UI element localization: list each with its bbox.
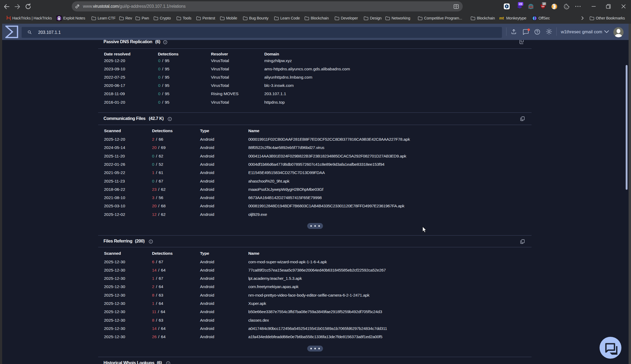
svg-text:uo: uo	[542, 5, 545, 8]
svg-text:22: 22	[519, 2, 522, 6]
svg-text:10: 10	[542, 2, 546, 5]
